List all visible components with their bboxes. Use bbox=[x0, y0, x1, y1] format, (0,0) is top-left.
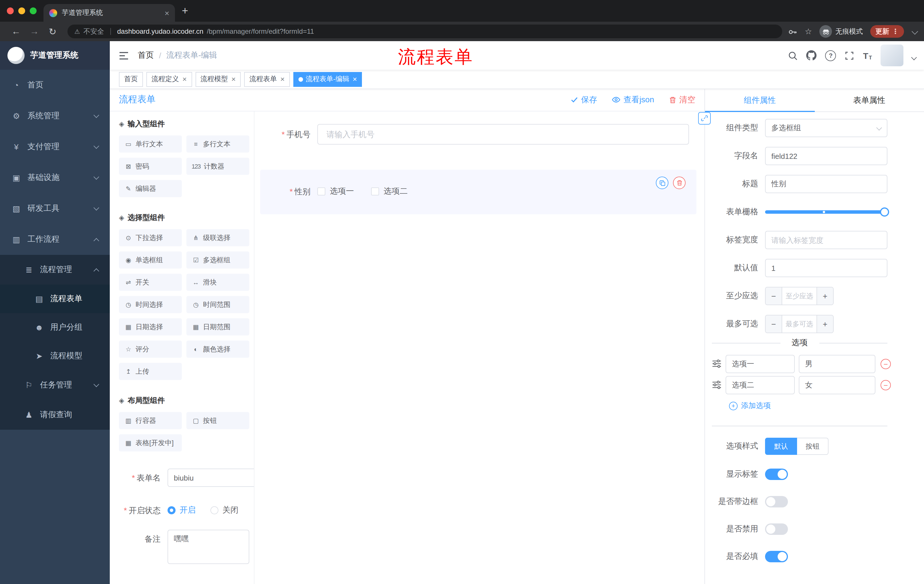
chip-slider[interactable]: ↔滑块 bbox=[186, 274, 249, 291]
chevron-down-icon[interactable] bbox=[912, 28, 918, 35]
chip-single-line-text[interactable]: ▭单行文本 bbox=[119, 135, 182, 153]
checkbox-box[interactable] bbox=[371, 188, 379, 196]
fullscreen-icon[interactable] bbox=[845, 51, 855, 60]
save-button[interactable]: 保存 bbox=[571, 95, 597, 105]
field-name-input[interactable] bbox=[765, 147, 888, 165]
label-width-input[interactable] bbox=[765, 231, 888, 249]
search-icon[interactable] bbox=[788, 51, 798, 60]
tag-process-form-edit[interactable]: 流程表单-编辑 × bbox=[293, 72, 362, 87]
grid-slider[interactable] bbox=[765, 203, 888, 221]
form-remark-textarea[interactable]: 嘿嘿 bbox=[168, 530, 249, 564]
user-avatar[interactable] bbox=[881, 44, 903, 66]
component-type-select[interactable]: 多选框组 bbox=[765, 119, 888, 137]
close-icon[interactable]: × bbox=[280, 75, 284, 84]
tag-process-definition[interactable]: 流程定义 × bbox=[146, 72, 192, 87]
option-name-input[interactable] bbox=[726, 376, 795, 394]
slider-handle[interactable] bbox=[880, 207, 889, 217]
address-bar[interactable]: ⚠ 不安全 dashboard.yudao.iocoder.cn/bpm/man… bbox=[68, 25, 782, 38]
checkbox-option-1[interactable]: 选项一 bbox=[317, 186, 354, 197]
incognito-badge[interactable]: 无痕模式 bbox=[819, 25, 863, 38]
delete-widget-button[interactable] bbox=[673, 176, 686, 189]
radio-on[interactable]: 开启 bbox=[168, 505, 196, 515]
tab-close-icon[interactable]: × bbox=[165, 8, 169, 17]
font-size-icon[interactable]: TT bbox=[863, 51, 872, 60]
option-value-input[interactable] bbox=[799, 376, 875, 394]
chip-date-picker[interactable]: ▦日期选择 bbox=[119, 318, 182, 336]
chip-rate[interactable]: ☆评分 bbox=[119, 341, 182, 358]
checkbox-box[interactable] bbox=[317, 188, 325, 196]
tag-process-form[interactable]: 流程表单 × bbox=[244, 72, 290, 87]
close-icon[interactable]: × bbox=[231, 75, 236, 84]
chip-row-container[interactable]: ▥行容器 bbox=[119, 412, 182, 429]
show-label-switch[interactable] bbox=[765, 469, 788, 480]
minimize-window-button[interactable] bbox=[18, 7, 25, 14]
remove-option-icon[interactable]: − bbox=[881, 380, 891, 390]
radio-off[interactable]: 关闭 bbox=[210, 505, 238, 515]
new-tab-button[interactable]: + bbox=[182, 3, 188, 19]
sidebar-item-infrastructure[interactable]: ▣ 基础设施 bbox=[0, 162, 110, 193]
style-default-button[interactable]: 默认 bbox=[765, 438, 797, 455]
max-select-input[interactable] bbox=[782, 316, 817, 332]
link-icon[interactable] bbox=[698, 112, 711, 125]
hamburger-icon[interactable] bbox=[119, 51, 129, 60]
close-icon[interactable]: × bbox=[182, 75, 187, 84]
chip-switch[interactable]: ⇌开关 bbox=[119, 274, 182, 291]
add-option-button[interactable]: + 添加选项 bbox=[729, 400, 924, 411]
decrease-icon[interactable]: − bbox=[766, 288, 782, 304]
menu-dots-icon[interactable]: ⋮ bbox=[892, 28, 899, 35]
chip-button[interactable]: ▢按钮 bbox=[186, 412, 249, 429]
github-icon[interactable] bbox=[807, 50, 817, 61]
chip-multi-line-text[interactable]: ≡多行文本 bbox=[186, 135, 249, 153]
drag-handle-icon[interactable] bbox=[712, 359, 722, 369]
chip-color-picker[interactable]: ◐颜色选择 bbox=[186, 341, 249, 358]
chip-cascader[interactable]: ⋔级联选择 bbox=[186, 229, 249, 246]
sidebar-item-process-model[interactable]: ➤ 流程模型 bbox=[0, 342, 110, 370]
sidebar-logo[interactable]: 芋道管理系统 bbox=[0, 41, 110, 70]
required-switch[interactable] bbox=[765, 551, 788, 562]
border-switch[interactable] bbox=[765, 496, 788, 507]
style-button-button[interactable]: 按钮 bbox=[797, 438, 828, 455]
chip-password[interactable]: ⊠密码 bbox=[119, 158, 182, 175]
tab-component-props[interactable]: 组件属性 bbox=[705, 89, 815, 112]
tab-form-props[interactable]: 表单属性 bbox=[815, 89, 924, 112]
close-window-button[interactable] bbox=[7, 7, 14, 14]
security-label[interactable]: 不安全 bbox=[84, 26, 104, 36]
slider-track[interactable] bbox=[765, 210, 885, 214]
back-icon[interactable]: ← bbox=[7, 26, 25, 36]
decrease-icon[interactable]: − bbox=[766, 316, 782, 332]
sidebar-item-task-management[interactable]: ⚐ 任务管理 bbox=[0, 370, 110, 400]
drag-handle-icon[interactable] bbox=[712, 380, 722, 390]
sidebar-item-devtools[interactable]: ▧ 研发工具 bbox=[0, 193, 110, 224]
phone-field-row[interactable]: *手机号 bbox=[260, 124, 689, 145]
sidebar-item-user-group[interactable]: ☻ 用户分组 bbox=[0, 313, 110, 342]
chip-radio-group[interactable]: ◉单选框组 bbox=[119, 252, 182, 268]
sidebar-item-home[interactable]: ◔ 首页 bbox=[0, 70, 110, 100]
clear-button[interactable]: 清空 bbox=[669, 95, 695, 105]
title-input[interactable] bbox=[765, 175, 888, 193]
close-icon[interactable]: × bbox=[353, 75, 357, 84]
sidebar-item-process-management[interactable]: ≣ 流程管理 bbox=[0, 255, 110, 285]
increase-icon[interactable]: + bbox=[817, 288, 833, 304]
chip-table[interactable]: ▦表格[开发中] bbox=[119, 434, 182, 451]
browser-update-button[interactable]: 更新 ⋮ bbox=[870, 25, 904, 38]
tag-home[interactable]: 首页 bbox=[119, 72, 143, 87]
sidebar-item-workflow[interactable]: ▥ 工作流程 bbox=[0, 224, 110, 255]
default-value-input[interactable] bbox=[765, 259, 888, 277]
checkbox-option-2[interactable]: 选项二 bbox=[371, 186, 408, 197]
form-name-input[interactable] bbox=[168, 469, 254, 487]
copy-widget-button[interactable] bbox=[656, 176, 668, 189]
sidebar-item-system[interactable]: ⚙ 系统管理 bbox=[0, 100, 110, 132]
remove-option-icon[interactable]: − bbox=[881, 359, 891, 369]
option-value-input[interactable] bbox=[799, 355, 875, 373]
chip-checkbox-group[interactable]: ☑多选框组 bbox=[186, 252, 249, 268]
chip-counter[interactable]: 123计数器 bbox=[186, 158, 249, 175]
disabled-switch[interactable] bbox=[765, 523, 788, 535]
tag-process-model[interactable]: 流程模型 × bbox=[195, 72, 241, 87]
help-icon[interactable]: ? bbox=[825, 50, 836, 61]
chip-select[interactable]: ⊙下拉选择 bbox=[119, 229, 182, 246]
browser-tab[interactable]: 芋道管理系统 × bbox=[43, 4, 175, 22]
key-icon[interactable] bbox=[788, 27, 797, 36]
chip-date-range[interactable]: ▦日期范围 bbox=[186, 318, 249, 336]
sidebar-item-payment[interactable]: ¥ 支付管理 bbox=[0, 132, 110, 162]
phone-input[interactable] bbox=[317, 124, 689, 145]
